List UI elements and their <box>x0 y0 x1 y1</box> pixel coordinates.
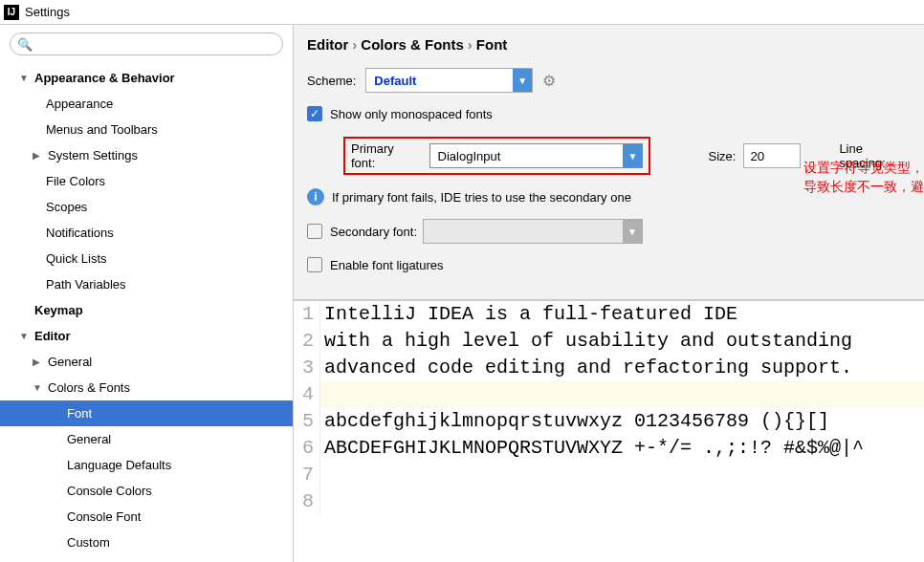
preview-line <box>320 462 324 488</box>
titlebar: IJ Settings <box>0 0 924 25</box>
primary-font-label: Primary font: <box>351 141 420 170</box>
tree-label: Scopes <box>46 200 87 214</box>
show-monospaced-checkbox[interactable]: ✓ <box>307 106 322 121</box>
line-number: 7 <box>294 462 320 488</box>
tree-colors-fonts[interactable]: ▼Colors & Fonts <box>0 375 293 400</box>
size-input[interactable] <box>743 143 801 168</box>
chevron-down-icon: ▼ <box>19 73 31 83</box>
tree-label: Path Variables <box>46 277 126 292</box>
tree-label: Quick Lists <box>46 251 107 266</box>
ligatures-label: Enable font ligatures <box>330 258 444 272</box>
tree-cf-general[interactable]: General <box>0 426 293 452</box>
preview-line: advanced code editing and refactoring su… <box>320 355 852 381</box>
tree-console-colors[interactable]: Console Colors <box>0 478 293 504</box>
tree-label: Menus and Toolbars <box>46 122 158 137</box>
tree-menus-toolbars[interactable]: Menus and Toolbars <box>0 117 293 142</box>
tree-label: Console Colors <box>67 484 152 498</box>
tree-appearance[interactable]: Appearance <box>0 91 293 117</box>
chevron-right-icon: › <box>352 36 357 53</box>
info-icon: i <box>307 188 324 205</box>
preview-line: abcdefghijklmnopqrstuvwxyz 0123456789 ()… <box>320 408 829 435</box>
primary-font-select[interactable]: DialogInput ▼ <box>429 143 644 168</box>
tree-label: General <box>48 355 92 369</box>
primary-font-highlight: Primary font: DialogInput ▼ <box>343 137 650 175</box>
ligatures-checkbox[interactable] <box>307 257 322 272</box>
tree-editor-general[interactable]: ▶General <box>0 349 293 375</box>
tree-path-variables[interactable]: Path Variables <box>0 271 293 297</box>
tree-label: Editor <box>34 329 71 343</box>
tree-label: Notifications <box>46 226 114 240</box>
line-number: 2 <box>294 328 320 355</box>
scheme-label: Scheme: <box>307 74 356 88</box>
settings-sidebar: 🔍 ▼Appearance & Behavior Appearance Menu… <box>0 25 294 562</box>
tree-label: Custom <box>67 535 110 550</box>
preview-line: IntelliJ IDEA is a full-featured IDE <box>320 301 737 328</box>
tree-label: Colors & Fonts <box>48 380 130 395</box>
tree-custom[interactable]: Custom <box>0 530 293 555</box>
tree-system-settings[interactable]: ▶System Settings <box>0 142 293 168</box>
line-number: 4 <box>294 381 320 408</box>
annotation-text: 设置字符等宽类型，因为在开发中，一些字符往往会出现中英空格，导致长度不一致，避免… <box>803 159 924 196</box>
preview-line: ABCDEFGHIJKLMNOPQRSTUVWXYZ +-*/= .,;:!? … <box>320 435 864 462</box>
chevron-down-icon: ▼ <box>19 331 31 341</box>
tree-label: Language Defaults <box>67 458 171 472</box>
size-label: Size: <box>708 149 736 163</box>
line-number: 6 <box>294 435 320 462</box>
tree-label: Appearance & Behavior <box>34 71 175 85</box>
tree-label: System Settings <box>48 148 138 162</box>
chevron-down-icon: ▼ <box>623 144 642 167</box>
line-number: 3 <box>294 355 320 381</box>
scheme-value: Default <box>374 74 416 88</box>
scheme-select[interactable]: Default ▼ <box>365 68 533 93</box>
line-number: 5 <box>294 408 320 435</box>
tree-notifications[interactable]: Notifications <box>0 220 293 246</box>
chevron-right-icon: ▶ <box>33 357 44 367</box>
tree-quick-lists[interactable]: Quick Lists <box>0 246 293 271</box>
tree-language-defaults[interactable]: Language Defaults <box>0 452 293 478</box>
settings-tree: ▼Appearance & Behavior Appearance Menus … <box>0 61 293 559</box>
content-panel: Editor›Colors & Fonts›Font Scheme: Defau… <box>294 25 924 562</box>
tree-label: Font <box>67 406 92 421</box>
tree-label: Appearance <box>46 97 113 111</box>
tree-label: Console Font <box>67 509 141 524</box>
tree-label: Keymap <box>34 303 83 317</box>
secondary-font-select[interactable]: ▼ <box>423 219 643 244</box>
search-icon: 🔍 <box>17 37 33 52</box>
breadcrumb-part: Editor <box>307 36 348 53</box>
show-monospaced-label: Show only monospaced fonts <box>330 107 493 121</box>
tree-label: File Colors <box>46 174 105 188</box>
search-input[interactable] <box>10 32 283 55</box>
window-title: Settings <box>25 5 70 19</box>
tree-appearance-behavior[interactable]: ▼Appearance & Behavior <box>0 65 293 91</box>
secondary-font-label: Secondary font: <box>330 225 417 239</box>
line-number: 1 <box>294 301 320 328</box>
gear-icon[interactable]: ⚙ <box>542 72 556 90</box>
secondary-font-checkbox[interactable] <box>307 224 322 239</box>
tree-file-colors[interactable]: File Colors <box>0 168 293 194</box>
breadcrumb-part: Colors & Fonts <box>361 36 464 53</box>
chevron-right-icon: ▶ <box>33 150 44 161</box>
line-number: 8 <box>294 488 320 515</box>
tree-keymap[interactable]: Keymap <box>0 297 293 323</box>
tree-editor[interactable]: ▼Editor <box>0 323 293 349</box>
breadcrumb: Editor›Colors & Fonts›Font <box>294 25 924 62</box>
tree-console-font[interactable]: Console Font <box>0 504 293 530</box>
app-icon: IJ <box>4 5 19 20</box>
font-preview: 1IntelliJ IDEA is a full-featured IDE 2w… <box>294 300 924 562</box>
breadcrumb-part: Font <box>476 36 507 53</box>
preview-line <box>320 488 324 515</box>
info-text: If primary font fails, IDE tries to use … <box>332 190 631 205</box>
tree-font[interactable]: Font <box>0 400 293 426</box>
preview-line <box>320 381 324 408</box>
chevron-down-icon: ▼ <box>623 220 642 243</box>
preview-line: with a high level of usability and outst… <box>320 328 852 355</box>
primary-font-value: DialogInput <box>438 149 501 163</box>
tree-scopes[interactable]: Scopes <box>0 194 293 220</box>
tree-label: General <box>67 432 111 446</box>
chevron-down-icon: ▼ <box>33 382 44 393</box>
chevron-right-icon: › <box>468 36 473 53</box>
chevron-down-icon: ▼ <box>513 69 532 92</box>
